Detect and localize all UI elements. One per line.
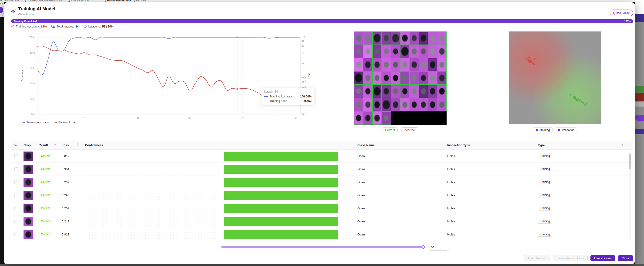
correct-filter-button[interactable]: Correct — [382, 127, 398, 132]
incorrect-filter-button[interactable]: Incorrect — [401, 127, 418, 132]
scrollbar-thumb[interactable] — [629, 154, 631, 169]
row-checkbox[interactable] — [14, 180, 18, 184]
sample-crop-image[interactable] — [391, 58, 400, 71]
sample-crop-image[interactable] — [410, 85, 419, 98]
sample-crop-image[interactable] — [382, 32, 391, 45]
sample-crop-image[interactable] — [382, 85, 391, 98]
sample-crop-image[interactable] — [372, 98, 382, 111]
sample-crop-image[interactable] — [400, 45, 410, 58]
sample-crop-image[interactable] — [400, 32, 410, 45]
row-checkbox[interactable] — [14, 206, 18, 210]
sample-crop-image[interactable] — [363, 111, 372, 125]
sample-crop-image[interactable] — [391, 98, 400, 111]
sample-crop-image[interactable] — [372, 45, 382, 58]
abort-training-button[interactable]: Abort Training — [524, 255, 550, 261]
embedding-point[interactable] — [533, 63, 535, 65]
legend-item-training-accuracy[interactable]: Training Accuracy — [22, 121, 49, 124]
sample-crop-image[interactable] — [391, 45, 400, 58]
sample-crop-image[interactable] — [363, 71, 372, 85]
sample-crop-image[interactable] — [372, 85, 382, 98]
training-chart[interactable]: 10203040500%20%40%60%80%100%1086420.90.7… — [20, 35, 313, 128]
sample-crop-image[interactable] — [437, 98, 446, 111]
sample-crop-image[interactable] — [437, 45, 446, 58]
sample-crop-image[interactable] — [400, 58, 410, 71]
table-scrollbar[interactable] — [629, 151, 631, 240]
table-row[interactable]: Correct0.813OpenHolesTraining — [11, 228, 633, 241]
embedding-point[interactable] — [582, 102, 584, 104]
legend-item-training-loss[interactable]: Training Loss — [53, 121, 75, 124]
sample-crop-image[interactable] — [410, 45, 419, 58]
sample-crop-image[interactable] — [400, 85, 410, 98]
sample-crop-image[interactable] — [410, 98, 419, 111]
embedding-point[interactable] — [534, 58, 536, 60]
sample-crop-image[interactable] — [419, 58, 428, 71]
training-chart-plot[interactable]: 10203040500%20%40%60%80%100%1086420.90.7… — [20, 35, 313, 129]
sample-crop-image[interactable] — [363, 32, 372, 45]
sample-crop-image[interactable] — [437, 85, 446, 98]
sample-crop-image[interactable] — [354, 32, 363, 45]
sample-crop-image[interactable] — [382, 58, 391, 71]
sample-crop-image[interactable] — [382, 71, 391, 85]
embedding-point[interactable] — [570, 94, 571, 96]
table-row[interactable]: Correct0.207OpenHolesTraining — [11, 202, 633, 215]
sort-icons[interactable] — [77, 143, 79, 146]
live-preview-button[interactable]: Live Preview — [590, 255, 615, 261]
sample-crop-image[interactable] — [419, 32, 428, 45]
sample-crop-image[interactable] — [363, 98, 372, 111]
table-row[interactable]: Correct0.384OpenHolesTraining — [11, 163, 633, 176]
sample-crop-image[interactable] — [410, 71, 419, 85]
row-checkbox[interactable] — [14, 193, 18, 197]
embedding-point[interactable] — [574, 96, 576, 98]
sample-crop-image[interactable] — [400, 71, 410, 85]
sample-crop-image[interactable] — [372, 111, 382, 125]
sample-crop-image[interactable] — [419, 85, 428, 98]
quick-guide-button[interactable]: Quick Guide — [610, 10, 633, 16]
sample-crop-image[interactable] — [372, 71, 382, 85]
embedding-point[interactable] — [586, 103, 588, 105]
sample-crop-image[interactable] — [382, 111, 391, 125]
sample-crop-image[interactable] — [354, 98, 363, 111]
embedding-point[interactable] — [528, 56, 530, 58]
sample-crop-image[interactable] — [410, 58, 419, 71]
sample-crop-image[interactable] — [354, 58, 363, 71]
sample-crop-image[interactable] — [437, 71, 446, 85]
sample-crop-image[interactable] — [363, 85, 372, 98]
row-checkbox[interactable] — [14, 220, 18, 223]
sample-crop-image[interactable] — [354, 45, 363, 58]
training-legend-button[interactable]: Training — [533, 127, 553, 133]
table-row[interactable]: Correct0.295OpenHolesTraining — [11, 189, 633, 202]
sample-crop-image[interactable] — [354, 85, 363, 98]
table-row[interactable]: Correct0.209OpenHolesTraining — [11, 176, 633, 189]
sample-crop-image[interactable] — [354, 111, 363, 125]
row-checkbox[interactable] — [14, 233, 18, 236]
training-samples-grid[interactable] — [354, 32, 446, 125]
filter-icon[interactable] — [54, 144, 56, 147]
sample-crop-image[interactable] — [419, 45, 428, 58]
table-row[interactable]: Correct0.243OpenHolesTraining — [11, 215, 633, 228]
sample-crop-image[interactable] — [372, 32, 382, 45]
sample-crop-image[interactable] — [428, 98, 437, 111]
sample-crop-image[interactable] — [428, 71, 437, 85]
embedding-map[interactable] — [509, 32, 602, 124]
section-resize-handle[interactable] — [323, 133, 324, 139]
row-checkbox[interactable] — [14, 167, 18, 171]
sample-crop-image[interactable] — [354, 71, 363, 85]
finish-training-early-button[interactable]: Finish Training Early — [553, 255, 588, 261]
iteration-input[interactable] — [428, 244, 449, 251]
sample-crop-image[interactable] — [363, 58, 372, 71]
close-button[interactable]: Close — [618, 255, 633, 261]
sample-crop-image[interactable] — [419, 71, 428, 85]
sample-crop-image[interactable] — [391, 71, 400, 85]
sample-crop-image[interactable] — [372, 58, 382, 71]
embedding-point[interactable] — [584, 104, 586, 106]
embedding-point[interactable] — [580, 99, 581, 101]
filter-icon[interactable] — [621, 144, 624, 147]
validation-legend-button[interactable]: Validation — [555, 127, 578, 133]
embedding-point[interactable] — [577, 98, 579, 100]
chevron-down-icon[interactable] — [14, 144, 18, 147]
sample-crop-image[interactable] — [363, 45, 372, 58]
sample-crop-image[interactable] — [391, 32, 400, 45]
sample-crop-image[interactable] — [428, 85, 437, 98]
sample-crop-image[interactable] — [391, 85, 400, 98]
table-row[interactable]: Correct0.817OpenHolesTraining — [11, 150, 633, 163]
